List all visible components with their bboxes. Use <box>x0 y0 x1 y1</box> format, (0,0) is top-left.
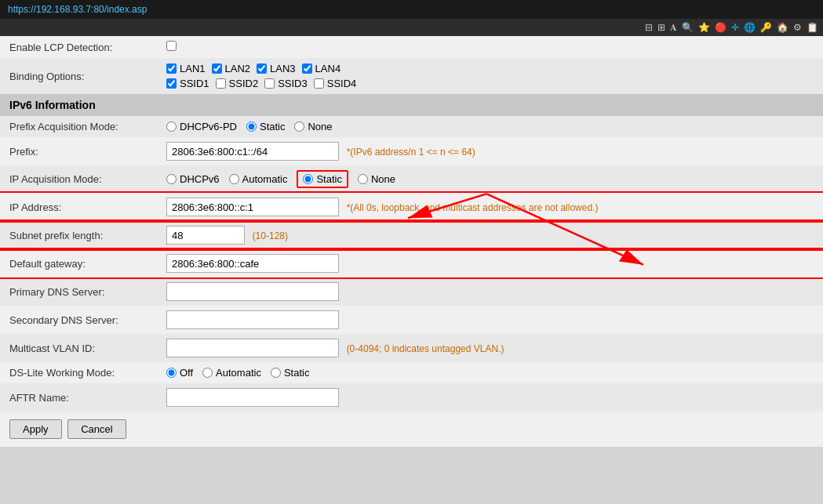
ip-none-radio[interactable] <box>358 174 368 184</box>
ds-automatic-label[interactable]: Automatic <box>202 367 261 379</box>
prefix-static-label[interactable]: Static <box>246 121 286 132</box>
subnet-prefix-cell: (10-128) <box>157 221 823 249</box>
ip-address-row: IP Address: *(All 0s, loopback, and mult… <box>0 193 823 221</box>
ip-address-input[interactable] <box>166 198 339 216</box>
form-table: Enable LCP Detection: Binding Options: L… <box>0 36 823 412</box>
ds-automatic-radio[interactable] <box>202 368 213 378</box>
toolbar-icon-5[interactable]: ⭐ <box>698 22 710 33</box>
subnet-prefix-hint: (10-128) <box>253 230 288 241</box>
prefix-static-radio[interactable] <box>246 121 257 132</box>
primary-dns-label: Primary DNS Server: <box>0 277 157 306</box>
prefix-mode-label: Prefix Acquisition Mode: <box>0 116 157 137</box>
prefix-none-radio[interactable] <box>294 121 304 132</box>
lan2-label[interactable]: LAN2 <box>212 63 251 74</box>
ip-automatic-label[interactable]: Automatic <box>229 173 288 185</box>
secondary-dns-cell <box>157 306 823 334</box>
multicast-vlan-cell: (0-4094; 0 indicates untagged VLAN.) <box>157 334 823 362</box>
ip-address-hint: *(All 0s, loopback, and multicast addres… <box>347 202 599 213</box>
ssid3-checkbox[interactable] <box>264 78 275 89</box>
ds-static-radio[interactable] <box>271 368 281 378</box>
ssid2-checkbox[interactable] <box>216 78 226 89</box>
ip-address-cell: *(All 0s, loopback, and multicast addres… <box>157 193 823 221</box>
prefix-dhcpv6pd-radio[interactable] <box>166 121 177 132</box>
toolbar-icon-6[interactable]: 🔴 <box>715 22 726 33</box>
prefix-dhcpv6pd-label[interactable]: DHCPv6-PD <box>166 121 237 132</box>
toolbar-icon-8[interactable]: 🌐 <box>744 22 756 33</box>
ip-acquisition-row: IP Acquisition Mode: DHCPv6 Automatic <box>0 165 823 193</box>
prefix-cell: *(IPv6 address/n 1 <= n <= 64) <box>157 137 823 165</box>
ds-static-label[interactable]: Static <box>271 367 310 379</box>
subnet-prefix-input[interactable] <box>166 226 245 245</box>
binding-options-row: Binding Options: LAN1 LAN2 L <box>0 58 823 94</box>
aftr-label: AFTR Name: <box>0 383 157 412</box>
secondary-dns-input[interactable] <box>166 310 339 329</box>
primary-dns-cell <box>157 277 823 306</box>
lcp-checkbox-cell <box>157 36 823 58</box>
lan2-checkbox[interactable] <box>212 63 222 74</box>
primary-dns-input[interactable] <box>166 282 339 301</box>
ipv6-header-row: IPv6 Information <box>0 94 823 116</box>
toolbar-icon-10[interactable]: 🏠 <box>777 22 788 33</box>
default-gateway-row: Default gateway: <box>0 249 823 277</box>
lan4-checkbox[interactable] <box>302 63 312 74</box>
bottom-buttons-container: Apply Cancel <box>0 412 823 447</box>
toolbar-icon-7[interactable]: ✛ <box>731 22 739 33</box>
toolbar-icon-12[interactable]: 📋 <box>807 22 818 33</box>
toolbar-icon-11[interactable]: ⚙ <box>793 22 802 33</box>
prefix-none-label[interactable]: None <box>294 121 332 132</box>
ds-off-radio[interactable] <box>166 368 177 378</box>
toolbar-icon-1[interactable]: ⊟ <box>645 22 653 33</box>
binding-checkboxes-cell: LAN1 LAN2 LAN3 LAN4 <box>157 58 823 94</box>
ip-automatic-radio[interactable] <box>229 174 239 184</box>
ip-acquisition-cell: DHCPv6 Automatic Static <box>157 165 823 193</box>
secondary-dns-row: Secondary DNS Server: <box>0 306 823 334</box>
aftr-input[interactable] <box>166 388 339 407</box>
multicast-vlan-row: Multicast VLAN ID: (0-4094; 0 indicates … <box>0 334 823 362</box>
default-gateway-label: Default gateway: <box>0 249 157 277</box>
ip-static-label-highlighted[interactable]: Static <box>297 170 348 188</box>
lan3-label[interactable]: LAN3 <box>257 63 296 74</box>
browser-address-bar: https://192.168.93.7:80/index.asp <box>0 0 823 19</box>
lan4-label[interactable]: LAN4 <box>302 63 341 74</box>
multicast-vlan-input[interactable] <box>166 339 339 357</box>
ssid1-label[interactable]: SSID1 <box>166 78 209 89</box>
ssid1-checkbox[interactable] <box>166 78 177 89</box>
ip-dhcpv6-radio[interactable] <box>166 174 177 184</box>
ip-static-radio[interactable] <box>303 174 313 184</box>
prefix-input[interactable] <box>166 142 339 161</box>
ip-address-label: IP Address: <box>0 193 157 221</box>
default-gateway-input[interactable] <box>166 254 339 273</box>
subnet-prefix-row: Subnet prefix length: (10-128) <box>0 221 823 249</box>
prefix-row: Prefix: *(IPv6 address/n 1 <= n <= 64) <box>0 137 823 165</box>
ds-off-label[interactable]: Off <box>166 367 193 379</box>
toolbar-icon-9[interactable]: 🔑 <box>760 22 772 33</box>
cancel-button[interactable]: Cancel <box>67 419 126 439</box>
lcp-checkbox[interactable] <box>166 41 177 51</box>
toolbar-icon-4[interactable]: 🔍 <box>682 22 694 33</box>
lan3-checkbox[interactable] <box>257 63 267 74</box>
lan1-checkbox[interactable] <box>166 63 177 74</box>
page-content: Enable LCP Detection: Binding Options: L… <box>0 36 823 447</box>
ip-acquisition-label: IP Acquisition Mode: <box>0 165 157 193</box>
url-display[interactable]: https://192.168.93.7:80/index.asp <box>8 4 147 15</box>
binding-label: Binding Options: <box>0 58 157 94</box>
ssid4-label[interactable]: SSID4 <box>314 78 357 89</box>
ssid2-label[interactable]: SSID2 <box>216 78 259 89</box>
secondary-dns-label: Secondary DNS Server: <box>0 306 157 334</box>
aftr-cell <box>157 383 823 412</box>
ssid3-label[interactable]: SSID3 <box>264 78 308 89</box>
toolbar-icon-2[interactable]: ⊞ <box>657 22 665 33</box>
aftr-row: AFTR Name: <box>0 383 823 412</box>
lan1-label[interactable]: LAN1 <box>166 63 206 74</box>
ssid4-checkbox[interactable] <box>314 78 324 89</box>
ip-none-label[interactable]: None <box>358 173 395 185</box>
ipv6-section-header: IPv6 Information <box>0 94 823 116</box>
ip-dhcpv6-label[interactable]: DHCPv6 <box>166 173 220 185</box>
lcp-detection-row: Enable LCP Detection: <box>0 36 823 58</box>
prefix-hint: *(IPv6 address/n 1 <= n <= 64) <box>347 147 475 158</box>
subnet-prefix-label: Subnet prefix length: <box>0 221 157 249</box>
default-gateway-cell <box>157 249 823 277</box>
apply-button[interactable]: Apply <box>9 419 62 439</box>
toolbar-icon-3[interactable]: 𝐀 <box>670 22 677 33</box>
ds-lite-label: DS-Lite Working Mode: <box>0 362 157 383</box>
